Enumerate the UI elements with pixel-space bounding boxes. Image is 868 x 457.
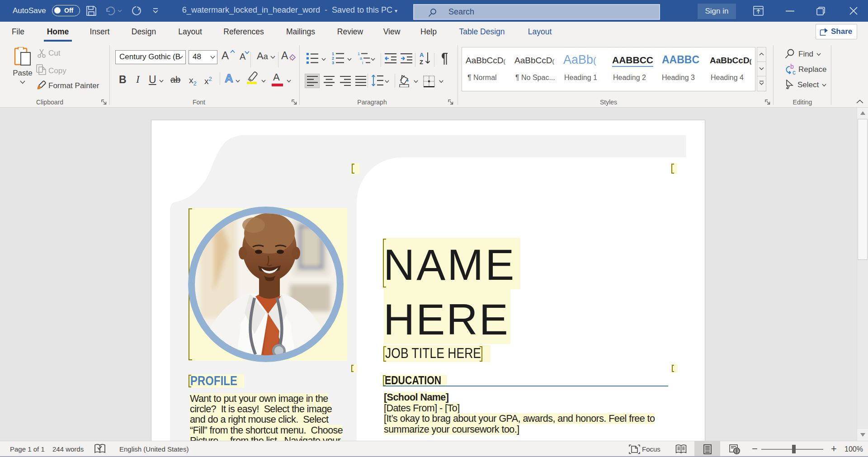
- svg-text:3: 3: [332, 61, 334, 65]
- svg-text:i: i: [362, 61, 363, 65]
- svg-text:1: 1: [332, 52, 334, 56]
- svg-text:A: A: [420, 52, 424, 58]
- svg-text:c: c: [793, 69, 796, 75]
- svg-text:2: 2: [332, 56, 334, 61]
- svg-text:1: 1: [358, 52, 360, 56]
- svg-text:a: a: [360, 56, 362, 61]
- svg-text:Z: Z: [420, 59, 423, 65]
